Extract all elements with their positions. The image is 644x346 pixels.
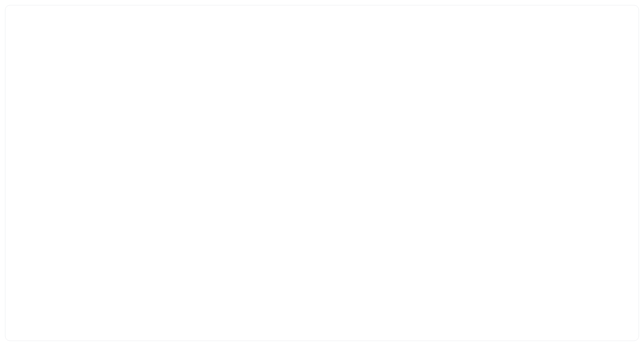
chart-area — [17, 16, 627, 332]
stacked-bar-chart — [17, 16, 627, 332]
chart-card — [5, 5, 639, 341]
